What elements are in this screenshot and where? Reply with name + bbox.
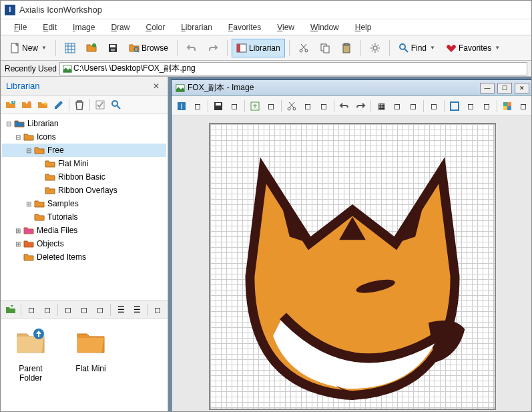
tree-twisty-icon[interactable]: ⊟ — [25, 146, 33, 154]
tree-node[interactable]: ⊟Icons — [2, 130, 166, 144]
menu-window[interactable]: Window — [304, 21, 346, 33]
doc-saveas-button[interactable]: ◻ — [227, 99, 242, 114]
save-button[interactable] — [103, 39, 123, 57]
scissors-icon — [286, 101, 297, 112]
doc-color2-button[interactable]: ◻ — [516, 99, 531, 114]
tree-node[interactable]: Ribbon Basic — [2, 170, 166, 184]
doc-preview1-button[interactable]: ◻ — [427, 99, 441, 114]
cut-button[interactable] — [294, 39, 314, 57]
new-button[interactable]: New ▼ — [5, 39, 51, 57]
menu-favorites[interactable]: Favorites — [222, 21, 268, 33]
menu-view[interactable]: View — [270, 21, 301, 33]
edit-button[interactable] — [51, 97, 66, 112]
maximize-button[interactable]: ☐ — [497, 83, 512, 93]
panel-close-button[interactable]: ✕ — [150, 80, 162, 92]
svg-point-14 — [300, 49, 302, 52]
tree-node[interactable]: Ribbon Overlays — [2, 184, 166, 197]
tree-node[interactable]: Deleted Items — [2, 250, 166, 264]
doc-color1-button[interactable] — [500, 99, 515, 114]
doc-layers-button[interactable]: ◻ — [390, 99, 405, 114]
thumb-btn6[interactable]: ◻ — [93, 302, 107, 317]
doc-alpha-button[interactable]: ◻ — [406, 99, 421, 114]
menu-help[interactable]: Help — [348, 21, 378, 33]
undo-button[interactable] — [182, 39, 202, 57]
doc-copy-button[interactable]: ◻ — [300, 99, 315, 114]
tree-node-label: Ribbon Basic — [58, 172, 105, 182]
tree-twisty-icon[interactable]: ⊟ — [14, 133, 22, 141]
librarian-toggle-button[interactable]: Librarian — [232, 39, 285, 57]
tree-node[interactable]: ⊟Librarian — [2, 117, 166, 130]
thumb-btn5[interactable]: ◻ — [77, 302, 91, 317]
doc-titlebar: FOX_副本 - Image — ☐ ✕ — [172, 80, 532, 96]
tree-twisty-icon[interactable]: ⊞ — [14, 226, 22, 234]
copy-button[interactable] — [315, 39, 335, 57]
tree-twisty-icon[interactable]: ⊟ — [5, 120, 13, 128]
separator — [244, 100, 245, 112]
redo-button[interactable] — [203, 39, 223, 57]
svg-point-23 — [400, 44, 405, 49]
thumb-btn2[interactable]: ◻ — [24, 302, 39, 317]
find-button[interactable]: Find ▼ — [394, 39, 440, 57]
tree-twisty-icon[interactable]: ⊞ — [25, 200, 33, 208]
check-button[interactable] — [93, 97, 107, 112]
thumb-btn1[interactable] — [3, 302, 18, 317]
doc-zoom1-button[interactable] — [447, 99, 462, 114]
tree-node[interactable]: ⊞Samples — [2, 197, 166, 210]
doc-save-button[interactable] — [211, 99, 226, 114]
parent-folder-thumb[interactable]: Parent Folder — [7, 326, 54, 406]
folder-icon — [23, 225, 34, 236]
menu-file[interactable]: File — [7, 21, 33, 33]
thumb-btn7[interactable]: ☰ — [113, 302, 128, 317]
tree-node[interactable]: Tutorials — [2, 210, 166, 224]
new-folder-icon: + — [5, 99, 16, 110]
undo-icon — [339, 101, 350, 112]
doc-grid-button[interactable]: ▦ — [374, 99, 388, 114]
paste-button[interactable] — [336, 39, 356, 57]
settings-button[interactable] — [365, 39, 385, 57]
flat-mini-thumb[interactable]: Flat Mini — [67, 326, 114, 406]
folder1-button[interactable] — [19, 97, 34, 112]
thumb-btn4[interactable]: ◻ — [61, 302, 75, 317]
tree-node[interactable]: ⊞Objects — [2, 237, 166, 250]
menu-edit[interactable]: Edit — [36, 21, 63, 33]
doc-btn-format[interactable]: ◻ — [190, 99, 205, 114]
doc-zoom2-button[interactable]: ◻ — [463, 99, 478, 114]
pixel-canvas[interactable] — [209, 123, 496, 410]
doc-btn-info[interactable]: i — [174, 99, 189, 114]
close-button[interactable]: ✕ — [515, 83, 529, 93]
menu-image[interactable]: Image — [66, 21, 101, 33]
minimize-button[interactable]: — — [480, 83, 495, 93]
doc-cut-button[interactable] — [284, 99, 299, 114]
doc-paste-button[interactable]: ◻ — [316, 99, 331, 114]
thumb-btn3[interactable]: ◻ — [40, 302, 55, 317]
favorites-button[interactable]: Favorites ▼ — [441, 39, 505, 57]
dropdown-arrow-icon: ▼ — [495, 45, 500, 51]
doc-zoom3-button[interactable]: ◻ — [479, 99, 494, 114]
tree-twisty-icon[interactable]: ⊞ — [14, 240, 22, 248]
doc-expand-button[interactable]: + — [248, 99, 262, 114]
thumb-btn9[interactable]: ◻ — [150, 302, 165, 317]
folder-icon — [34, 145, 45, 156]
folder2-button[interactable] — [35, 97, 50, 112]
menu-color[interactable]: Color — [139, 21, 172, 33]
delete-button[interactable] — [72, 97, 87, 112]
canvas-area[interactable] — [172, 116, 532, 412]
browse-button[interactable]: Browse — [124, 39, 173, 57]
tree-node-label: Free — [47, 146, 64, 155]
thumb-btn8[interactable]: ☰ — [129, 302, 144, 317]
tree-node[interactable]: ⊟Free — [2, 144, 166, 157]
new-folder-button[interactable]: + — [3, 97, 18, 112]
doc-redo-button[interactable] — [353, 99, 368, 114]
librarian-tree[interactable]: ⊟Librarian⊟Icons⊟FreeFlat MiniRibbon Bas… — [1, 114, 168, 300]
tree-node[interactable]: ⊞Media Files — [2, 224, 166, 237]
recent-path-field[interactable]: C:\Users\ \Desktop\FOX_副本.png — [59, 62, 527, 75]
info-icon: i — [176, 101, 187, 112]
tree-node[interactable]: Flat Mini — [2, 157, 166, 170]
doc-crop-button[interactable]: ◻ — [264, 99, 278, 114]
menu-librarian[interactable]: Librarian — [174, 21, 219, 33]
doc-undo-button[interactable] — [337, 99, 352, 114]
search-button[interactable] — [109, 97, 123, 112]
open-button[interactable] — [81, 39, 101, 57]
menu-draw[interactable]: Draw — [104, 21, 136, 33]
grid-button[interactable] — [60, 39, 80, 57]
